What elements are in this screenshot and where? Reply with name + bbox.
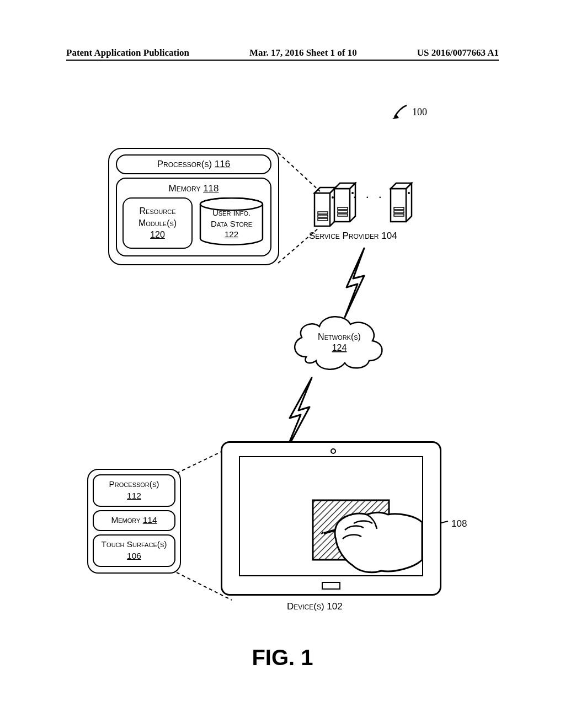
resource-module-box: Resource Module(s) 120 bbox=[122, 197, 193, 249]
memory-device-label: Memory bbox=[111, 515, 140, 524]
svg-line-4 bbox=[278, 228, 319, 263]
data-store-ref: 122 bbox=[211, 229, 252, 240]
header-rule bbox=[66, 60, 499, 61]
network-ref: 124 bbox=[332, 343, 347, 352]
ref-100: 100 bbox=[391, 104, 427, 120]
resource-module-ref: 120 bbox=[150, 229, 165, 241]
arrow-curve-icon bbox=[391, 104, 408, 120]
tablet-screen bbox=[239, 456, 423, 576]
svg-point-16 bbox=[408, 192, 410, 194]
figure-label: FIG. 1 bbox=[0, 645, 565, 670]
data-store-cylinder: User Info. Data Store 122 bbox=[198, 197, 265, 245]
hand-pen-icon bbox=[306, 490, 428, 579]
touch-surface-label: Touch Surface(s) bbox=[95, 539, 173, 550]
callout-lines-server bbox=[270, 146, 337, 267]
memory-device-ref: 114 bbox=[143, 515, 157, 524]
ellipsis: · · · bbox=[353, 190, 385, 205]
devices-label: Device(s) 102 bbox=[287, 601, 343, 612]
data-store-l2: Data Store bbox=[211, 218, 252, 229]
memory-server-box: Memory 118 Resource Module(s) 120 User I… bbox=[116, 178, 271, 256]
memory-device-box: Memory 114 bbox=[93, 510, 175, 531]
server-callout: Processor(s) 116 Memory 118 Resource Mod… bbox=[108, 148, 279, 265]
processor-device-box: Processor(s) 112 bbox=[93, 474, 175, 507]
processor-server-ref: 116 bbox=[215, 159, 230, 169]
header-right: US 2016/0077663 A1 bbox=[417, 47, 499, 58]
header-center: Mar. 17, 2016 Sheet 1 of 10 bbox=[249, 47, 357, 58]
memory-server-label: Memory bbox=[168, 183, 200, 194]
ref-100-number: 100 bbox=[412, 106, 427, 118]
processor-server-box: Processor(s) 116 bbox=[116, 154, 271, 174]
touch-surface-box: Touch Surface(s) 106 bbox=[93, 534, 175, 567]
device-callout: Processor(s) 112 Memory 114 Touch Surfac… bbox=[87, 469, 181, 574]
svg-line-3 bbox=[278, 153, 320, 191]
network-cloud: Network(s) 124 bbox=[290, 310, 389, 378]
processor-device-label: Processor(s) bbox=[95, 479, 173, 490]
tablet-camera-icon bbox=[331, 448, 336, 454]
data-store-l1: User Info. bbox=[211, 207, 252, 218]
tablet-device bbox=[221, 441, 441, 596]
page-header: Patent Application Publication Mar. 17, … bbox=[66, 47, 499, 58]
figure-diagram: 100 Processor(s) 116 Memory 118 Resource… bbox=[66, 83, 499, 634]
header-left: Patent Application Publication bbox=[66, 47, 189, 58]
lead-108-number: 108 bbox=[451, 518, 467, 529]
network-label: Network(s) bbox=[318, 332, 361, 341]
processor-server-label: Processor(s) bbox=[157, 159, 212, 169]
processor-device-ref: 112 bbox=[95, 490, 173, 502]
hand-with-pen bbox=[306, 490, 417, 573]
resource-module-label: Resource Module(s) bbox=[128, 205, 187, 229]
tablet-home-button-icon bbox=[322, 582, 340, 590]
cloud-icon: Network(s) 124 bbox=[290, 310, 389, 376]
memory-server-ref: 118 bbox=[203, 183, 218, 194]
touch-surface-ref: 106 bbox=[95, 550, 173, 562]
